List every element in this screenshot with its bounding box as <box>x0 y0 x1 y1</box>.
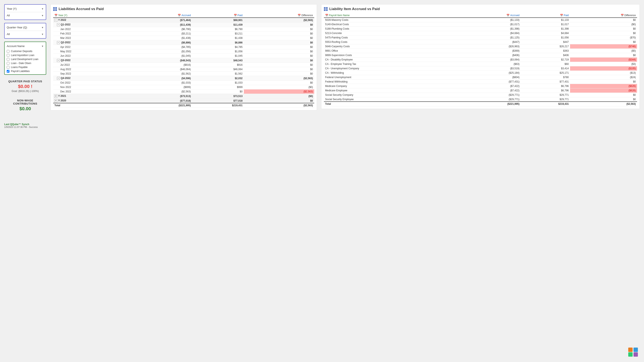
payroll-item-name-cell: 5646-Carpentry Costs <box>324 44 462 49</box>
accrued-cell: ($3,211) <box>130 32 192 36</box>
accrued-cell: ($1,017) <box>462 22 521 27</box>
accrued-cell: ($29,771) <box>462 93 521 97</box>
quarter-paid-value: $0.00 ! <box>4 84 46 89</box>
year-filter-label: Year (Y) <box>7 7 16 10</box>
table-row: 5028-Masonry Costs($1,133)$1,133$0 <box>324 18 637 22</box>
difference-cell: $0 <box>570 97 637 102</box>
year-filter-chevron: ▼ <box>42 8 44 10</box>
table-row: Medicare Employee($7,422)$6,796($626) <box>324 88 637 93</box>
payroll-item-name-cell: Federal Withholding <box>324 80 462 84</box>
difference-cell: $0 <box>244 40 314 45</box>
account-label-land-aquisition: Land Aquisition Loan <box>11 54 34 57</box>
account-item-payroll-liabilities[interactable]: Payroll Liabilities <box>7 70 44 73</box>
accrued-cell: ($4,596) <box>130 76 192 81</box>
paid-cell: $219,431 <box>521 102 570 106</box>
difference-cell: $0 <box>570 93 637 97</box>
account-item-loans-payable[interactable]: Loans Payable <box>7 66 44 69</box>
accrued-cell: ($6,886) <box>130 40 192 45</box>
payroll-item-name-cell: 9891 Office <box>324 49 462 53</box>
table-row: Mar 2022($1,438)$1,438$0 <box>53 36 314 40</box>
non-wage-section: NON-WAGECONTRIBUTIONS $0.00 <box>4 99 46 112</box>
paid-cell: $2,032 <box>192 76 244 81</box>
paid-cell: $68,901 <box>192 18 244 22</box>
difference-cell: $0 <box>244 98 314 103</box>
account-filter-chevron: ▼ <box>42 45 44 48</box>
account-item-customer-deposits[interactable]: Customer Deposits <box>7 50 44 53</box>
liability-item-panel-title: Liability Item Accrued vs Paid <box>324 7 637 11</box>
account-item-land-aquisition[interactable]: Land Aquisition Loan <box>7 54 44 57</box>
quarter-filter-row[interactable]: Quarter-Year (Q) ▼ <box>7 25 44 30</box>
account-filter-row[interactable]: Account Name ▼ <box>7 44 44 48</box>
liabilities-title-text: Liabilities Accrued vs Paid <box>58 7 104 11</box>
account-label-loans-payable: Loans Payable <box>11 66 28 69</box>
account-item-loan-dale[interactable]: Loan - Dale Olsen <box>7 62 44 65</box>
accrued-cell: ($25,184) <box>462 71 521 75</box>
accrued-cell: ($7,422) <box>462 88 521 93</box>
svg-rect-10 <box>628 352 633 357</box>
table-row: Aug 2022($46,064)$46,064$0 <box>53 67 314 72</box>
accrued-cell: ($26,963) <box>462 44 521 49</box>
account-checkbox-land-development[interactable] <box>7 58 10 61</box>
difference-cell: ($626) <box>570 84 637 88</box>
liabilities-table: 📅Year (Y) 📅Accrued 📅Paid 📅Difference −Y … <box>53 13 314 108</box>
account-checkbox-loan-dale[interactable] <box>7 62 10 65</box>
paid-cell: $1,438 <box>192 36 244 40</box>
difference-cell: $0 <box>570 53 637 58</box>
year-value-row[interactable]: All ▼ <box>7 13 44 18</box>
account-list: Customer Deposits Land Aquisition Loan L… <box>7 48 44 73</box>
accrued-cell: ($4,785) <box>130 45 192 49</box>
quarter-value-label: All <box>7 32 10 36</box>
expand-button[interactable]: − <box>57 77 60 80</box>
table-row: 5213-Concrete($4,684)$4,684$0 <box>324 31 637 36</box>
account-item-land-development[interactable]: Land Development Loan <box>7 58 44 61</box>
quarter-filter-label: Quarter-Year (Q) <box>7 26 27 29</box>
accrued-cell: ($71,464) <box>130 18 192 22</box>
accrued-cell: ($406) <box>462 53 521 58</box>
expand-button[interactable]: + <box>54 95 57 98</box>
table-row: −Q1-2022($11,439)$11,439$0 <box>53 22 314 27</box>
account-checkbox-loans-payable[interactable] <box>7 66 10 69</box>
difference-cell: $0 <box>570 27 637 31</box>
table-row: 5140-Electrical Costs($1,017)$1,017($0) <box>324 22 637 27</box>
table-row: Sep 2022($1,562)$1,562$0 <box>53 72 314 76</box>
payroll-item-name-cell: 9899-Supervision Costs <box>324 53 462 58</box>
qqube-logo: qqube <box>627 347 640 358</box>
payroll-item-name-cell: 5188-Plumbing Costs <box>324 27 462 31</box>
difference-cell: $0 <box>244 67 314 72</box>
account-filter-box: Account Name ▼ Customer Deposits Land Aq… <box>4 42 46 75</box>
expand-button[interactable]: − <box>57 41 60 44</box>
difference-cell: ($5) <box>570 49 637 53</box>
table-row: CA - Disability Employee($3,064)$2,719($… <box>324 58 637 62</box>
payroll-item-name-cell: CA - Employee Training Tax <box>324 62 462 66</box>
payroll-item-name-cell: Total <box>324 102 462 106</box>
payroll-item-name-cell: 5213-Concrete <box>324 31 462 36</box>
expand-button[interactable]: + <box>54 99 57 102</box>
table-row: +Y 2021($73,513)$73,513($0) <box>53 94 314 98</box>
accrued-cell: ($999) <box>130 85 192 90</box>
quarter-value-chevron: ▼ <box>42 33 44 36</box>
difference-cell: $0 <box>570 80 637 84</box>
paid-cell: $73,513 <box>192 94 244 98</box>
svg-rect-8 <box>628 348 633 352</box>
table-row: Medicare Company($7,422)$6,796($626) <box>324 84 637 88</box>
payroll-item-name-cell: 5553-Roofing Costs <box>324 40 462 44</box>
liabilities-panel-title: Liabilities Accrued vs Paid <box>53 7 314 11</box>
account-checkbox-land-aquisition[interactable] <box>7 54 10 57</box>
difference-cell: $0 <box>244 58 314 63</box>
expand-button[interactable]: − <box>57 59 60 62</box>
paid-cell: $77,018 <box>192 98 244 103</box>
difference-cell: $0 <box>570 40 637 44</box>
payroll-item-name-cell: CA - Disability Employee <box>324 58 462 62</box>
paid-cell: $1,056 <box>521 36 570 40</box>
paid-cell: $2,719 <box>521 58 570 62</box>
difference-cell: $0 <box>244 63 314 67</box>
expand-button[interactable]: − <box>57 23 60 26</box>
difference-cell: $0 <box>244 54 314 58</box>
accrued-cell: ($1,438) <box>130 36 192 40</box>
quarter-value-row[interactable]: All ▼ <box>7 32 44 36</box>
account-checkbox-payroll-liabilities[interactable] <box>7 70 10 73</box>
li-col-accrued-header: 📅Accrued <box>462 13 521 18</box>
account-checkbox-customer-deposits[interactable] <box>7 50 10 53</box>
year-filter-row[interactable]: Year (Y) ▼ <box>7 6 44 11</box>
expand-button[interactable]: − <box>54 19 57 22</box>
